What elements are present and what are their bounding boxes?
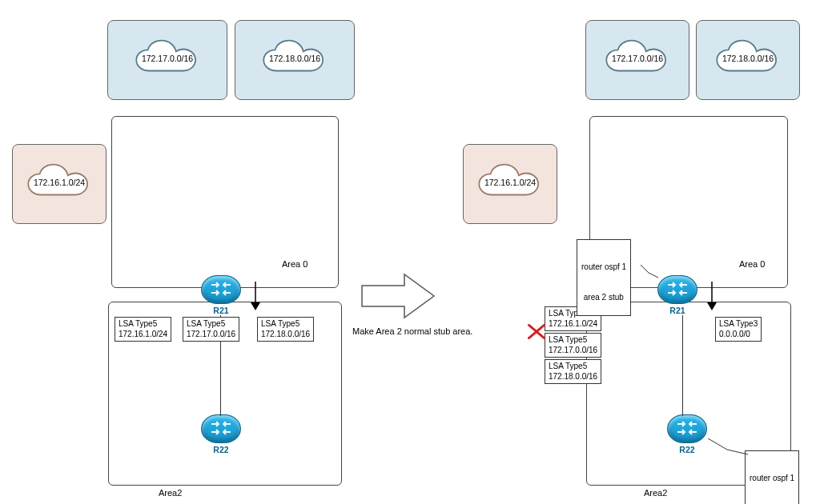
lsa-line1: LSA Type3 — [719, 319, 758, 330]
lsa-arrow-right — [705, 280, 719, 312]
lsa-line1: LSA Type5 — [549, 362, 597, 372]
cloud-box-right-pink: 172.16.1.0/24 — [463, 144, 557, 224]
cloud-label: 172.17.0.0/16 — [601, 54, 673, 63]
cloud-box-right-1: 172.17.0.0/16 — [585, 20, 689, 100]
cfg-line2: area 2 stub — [581, 293, 626, 303]
router-icon — [667, 414, 707, 443]
cloud-box-left-2: 172.18.0.0/16 — [235, 20, 355, 100]
config-callout-r21: router ospf 1 area 2 stub — [577, 239, 631, 316]
lsa-line2: 172.16.1.0/24 — [549, 319, 597, 330]
callout-pointer-r21 — [641, 265, 658, 279]
config-callout-r22: router ospf 1 area 2 stub — [745, 450, 799, 504]
caption-text: Make Area 2 normal stub area. — [352, 326, 480, 336]
svg-marker-3 — [707, 302, 717, 310]
lsa-line2: 172.18.0.0/16 — [549, 372, 597, 382]
lsa-box-right-blocked-2: LSA Type5 172.17.0.0/16 — [545, 333, 601, 358]
router-icon — [201, 414, 241, 443]
cloud-shape: 172.17.0.0/16 — [601, 38, 673, 82]
lsa-line2: 172.16.1.0/24 — [119, 330, 167, 340]
area0-label-left: Area 0 — [282, 259, 308, 269]
cfg-line1: router ospf 1 — [581, 262, 626, 273]
cloud-box-right-2: 172.18.0.0/16 — [696, 20, 800, 100]
cloud-label: 172.16.1.0/24 — [23, 178, 95, 187]
lsa-box-right-blocked-3: LSA Type5 172.18.0.0/16 — [545, 359, 601, 384]
router-r21-left: R21 — [199, 275, 243, 320]
link-line-right — [682, 315, 683, 416]
lsa-box-right-accepted: LSA Type3 0.0.0.0/0 — [715, 317, 762, 342]
router-name: R22 — [213, 445, 228, 454]
cloud-box-left-1: 172.17.0.0/16 — [107, 20, 227, 100]
router-name: R22 — [679, 445, 694, 454]
router-r22-left: R22 — [199, 414, 243, 459]
router-name: R21 — [669, 306, 685, 315]
cloud-label: 172.16.1.0/24 — [474, 178, 546, 187]
cloud-label: 172.18.0.0/16 — [259, 54, 331, 63]
lsa-line2: 172.17.0.0/16 — [549, 346, 597, 356]
cloud-label: 172.18.0.0/16 — [712, 54, 784, 63]
svg-marker-1 — [251, 302, 260, 310]
cloud-shape: 172.18.0.0/16 — [259, 38, 331, 82]
lsa-line1: LSA Type5 — [261, 319, 310, 330]
cloud-box-left-pink: 172.16.1.0/24 — [12, 144, 107, 224]
lsa-line1: LSA Type5 — [549, 335, 597, 346]
lsa-line2: 0.0.0.0/0 — [719, 330, 758, 340]
cloud-label: 172.17.0.0/16 — [131, 54, 203, 63]
callout-pointer-r22 — [708, 438, 748, 458]
router-name: R21 — [213, 306, 228, 315]
router-r22-right: R22 — [665, 414, 709, 459]
lsa-box-left-1: LSA Type5 172.16.1.0/24 — [115, 317, 171, 342]
lsa-box-left-2: LSA Type5 172.17.0.0/16 — [183, 317, 239, 342]
router-r21-right: R21 — [655, 275, 700, 320]
router-icon — [201, 275, 241, 304]
area2-label-right: Area2 — [644, 488, 667, 498]
cloud-shape: 172.17.0.0/16 — [131, 38, 203, 82]
transition-arrow — [360, 271, 436, 321]
lsa-line1: LSA Type5 — [187, 319, 235, 330]
cloud-shape: 172.16.1.0/24 — [23, 162, 95, 206]
router-icon — [657, 275, 697, 304]
lsa-arrow-left — [248, 280, 263, 312]
lsa-line2: 172.18.0.0/16 — [261, 330, 310, 340]
lsa-box-left-3: LSA Type5 172.18.0.0/16 — [257, 317, 314, 342]
area2-label-left: Area2 — [159, 488, 182, 498]
cfg-line1: router ospf 1 — [750, 474, 794, 484]
area0-label-right: Area 0 — [739, 259, 765, 269]
lsa-line1: LSA Type5 — [119, 319, 167, 330]
cloud-shape: 172.16.1.0/24 — [474, 162, 546, 206]
cloud-shape: 172.18.0.0/16 — [712, 38, 784, 82]
lsa-line2: 172.17.0.0/16 — [187, 330, 235, 340]
